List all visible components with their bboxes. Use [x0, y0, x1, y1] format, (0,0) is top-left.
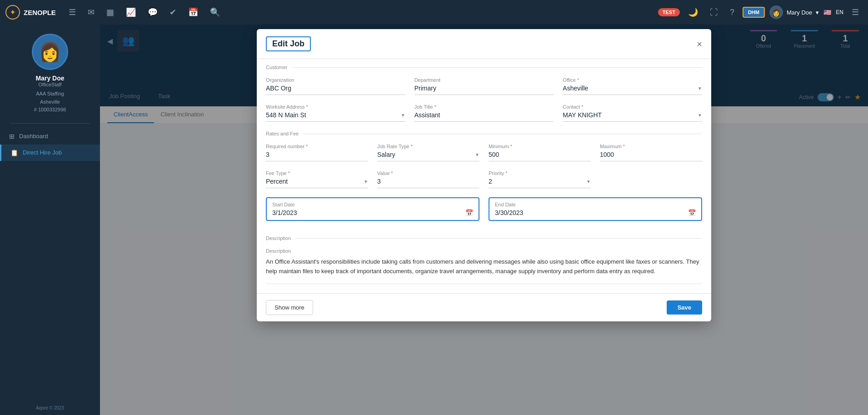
show-more-button[interactable]: Show more [266, 300, 313, 315]
search-icon[interactable]: 🔍 [206, 5, 224, 19]
date-row: Start Date 3/1/2023 📅 End Date [266, 197, 702, 221]
customer-row-1: Organization ABC Org Department Primary … [266, 77, 702, 95]
modal-title: Edit Job [266, 36, 311, 51]
page-content: ◀ 👥 0 Offered 1 Placement [100, 25, 868, 415]
calendar-icon[interactable]: 📅 [185, 5, 202, 19]
edit-job-modal: Edit Job × Customer O [257, 29, 711, 321]
job-title-field: Job Title * Assistant [414, 104, 554, 122]
start-date-row: 3/1/2023 📅 [272, 209, 473, 216]
office-value: Asheville [563, 85, 588, 92]
chat-icon[interactable]: 💬 [144, 5, 161, 19]
description-section-label: Description [266, 235, 291, 241]
full-main-area: ◀ 👥 0 Offered 1 Placement [100, 25, 868, 415]
help-icon[interactable]: ? [726, 6, 738, 19]
job-rate-type-field: Job Rate Type * Salary ▼ [377, 144, 479, 161]
app-logo: ✦ ZENOPLE [5, 5, 56, 20]
job-rate-type-label: Job Rate Type * [377, 144, 479, 149]
contact-select[interactable]: MAY KNIGHT ▼ [563, 111, 702, 122]
sidebar-id: # 1000332998 [34, 106, 66, 114]
job-title-value[interactable]: Assistant [414, 111, 554, 122]
language-label: EN [836, 9, 843, 15]
maximum-label: Maximum * [600, 144, 702, 149]
required-number-label: Required number * [266, 144, 368, 149]
chevron-down-icon: ▼ [364, 179, 368, 184]
rates-row-1: Required number * 3 Job Rate Type * Sala… [266, 144, 702, 161]
divider [295, 238, 702, 239]
priority-select[interactable]: 2 ▼ [489, 178, 591, 188]
sidebar-item-dashboard[interactable]: ⊞ Dashboard [0, 128, 100, 145]
department-label: Department [414, 77, 554, 83]
description-text[interactable]: An Office Assistant's responsibilities i… [266, 257, 702, 284]
sidebar-company-info: AAA Staffing Asheville # 1000332998 [34, 90, 66, 114]
more-options-icon[interactable]: ☰ [848, 5, 863, 19]
end-date-label: End Date [495, 202, 696, 207]
hamburger-icon[interactable]: ☰ [65, 5, 80, 19]
office-select[interactable]: Asheville ▼ [563, 85, 702, 95]
sidebar-item-label: Direct Hire Job [23, 149, 62, 156]
main-layout: 👩 Mary Doe OfficeStaff AAA Staffing Ashe… [0, 25, 868, 415]
maximum-value[interactable]: 1000 [600, 151, 702, 161]
chart-icon[interactable]: 📈 [122, 5, 140, 19]
mail-icon[interactable]: ✉ [84, 5, 98, 19]
modal-body: Customer Organization ABC Org Departme [257, 59, 711, 293]
moon-icon[interactable]: 🌙 [684, 5, 702, 19]
sidebar-divider [10, 123, 90, 124]
required-number-value[interactable]: 3 [266, 151, 368, 161]
logo-icon: ✦ [5, 5, 20, 20]
contact-value: MAY KNIGHT [563, 111, 602, 119]
value-label: Value * [377, 170, 479, 176]
description-field-label: Description [266, 248, 702, 254]
sidebar-user-role: OfficeStaff [39, 82, 62, 87]
description-form: Description An Office Assistant's respon… [257, 248, 711, 293]
job-rate-type-select[interactable]: Salary ▼ [377, 151, 479, 161]
customer-row-2: Worksite Address * 548 N Main St ▼ Job T… [266, 104, 702, 122]
sidebar-item-direct-hire-job[interactable]: 📋 Direct Hire Job [0, 145, 100, 161]
organization-value: ABC Org [266, 85, 405, 95]
rates-form: Required number * 3 Job Rate Type * Sala… [257, 144, 711, 221]
modal-footer: Show more Save [257, 293, 711, 321]
grid-icon[interactable]: ▦ [103, 5, 118, 19]
description-field: Description An Office Assistant's respon… [266, 248, 702, 284]
worksite-value: 548 N Main St [266, 111, 306, 119]
close-button[interactable]: × [697, 40, 702, 49]
value-field: Value * 3 [377, 170, 479, 188]
sidebar-city: Asheville [34, 98, 66, 106]
language-flag[interactable]: 🇺🇸 [823, 9, 831, 16]
worksite-label: Worksite Address * [266, 104, 405, 110]
organization-field: Organization ABC Org [266, 77, 405, 95]
dhm-button[interactable]: DHM [743, 7, 765, 18]
user-name: Mary Doe [787, 9, 812, 16]
sidebar-company: AAA Staffing [34, 90, 66, 98]
rates-row-2: Fee Type * Percent ▼ Value * 3 [266, 170, 702, 188]
minimum-value[interactable]: 500 [489, 151, 591, 161]
end-date-row: 3/30/2023 📅 [495, 209, 696, 216]
department-field: Department Primary [414, 77, 554, 95]
sidebar-item-label: Dashboard [19, 133, 48, 140]
chevron-down-icon: ▾ [816, 9, 819, 16]
calendar-icon: 📅 [465, 209, 473, 216]
job-title-label: Job Title * [414, 104, 554, 110]
test-badge: TEST [658, 8, 680, 16]
start-date-value: 3/1/2023 [272, 209, 297, 216]
required-number-field: Required number * 3 [266, 144, 368, 161]
save-button[interactable]: Save [667, 300, 702, 315]
sidebar-copyright: Aqore © 2023 [36, 405, 64, 415]
check-icon[interactable]: ✔ [166, 5, 180, 19]
worksite-select[interactable]: 548 N Main St ▼ [266, 111, 405, 122]
sidebar-user-name: Mary Doe [35, 75, 64, 82]
start-date-field[interactable]: Start Date 3/1/2023 📅 [266, 197, 479, 221]
end-date-field[interactable]: End Date 3/30/2023 📅 [489, 197, 702, 221]
value-input[interactable]: 3 [377, 178, 479, 188]
user-menu[interactable]: 👩 Mary Doe ▾ [769, 5, 819, 19]
fullscreen-icon[interactable]: ⛶ [706, 6, 722, 19]
modal-header: Edit Job × [257, 29, 711, 59]
minimum-field: Minimum * 500 [489, 144, 591, 161]
office-label: Office * [563, 77, 702, 83]
fee-type-select[interactable]: Percent ▼ [266, 178, 368, 188]
app-name: ZENOPLE [24, 9, 56, 16]
divider [303, 134, 702, 134]
divider [292, 67, 702, 68]
worksite-field: Worksite Address * 548 N Main St ▼ [266, 104, 405, 122]
rates-section-label: Rates and Fee [266, 131, 299, 136]
fee-type-value: Percent [266, 178, 288, 185]
